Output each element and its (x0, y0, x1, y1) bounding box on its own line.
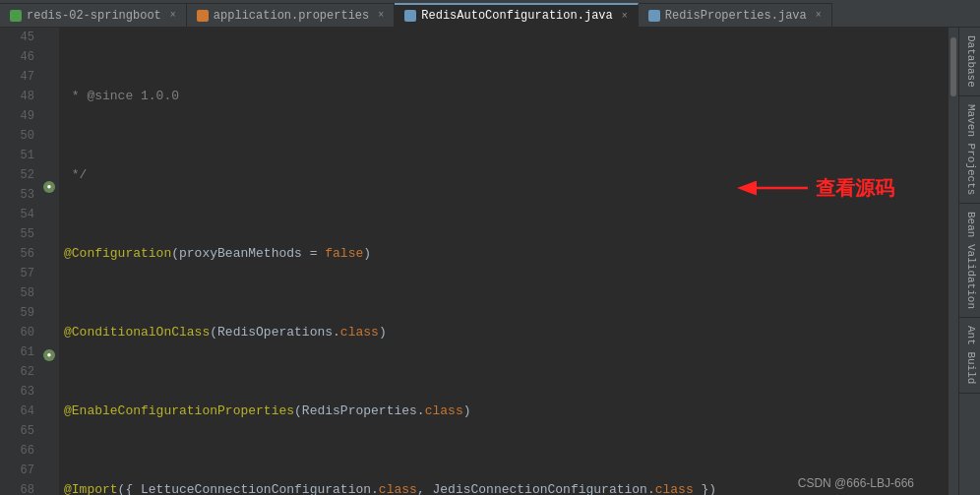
tab-close[interactable]: × (378, 10, 384, 21)
code-line-45: * @since 1.0.0 (64, 87, 949, 106)
tab-icon (197, 10, 209, 22)
code-line-46: */ (64, 165, 949, 185)
code-editor[interactable]: 45 46 47 48 49 50 51 52 53 54 55 56 57 5… (0, 28, 949, 495)
tab-redis-auto-config[interactable]: RedisAutoConfiguration.java × (395, 3, 638, 27)
tab-close[interactable]: × (170, 10, 176, 21)
gutter: ● ● (39, 28, 59, 495)
tab-redis-springboot[interactable]: redis-02-springboot × (0, 3, 187, 27)
tab-label: RedisAutoConfiguration.java (421, 9, 612, 23)
bean-indicator: ● (43, 181, 55, 193)
tab-icon (10, 10, 22, 22)
tab-redis-properties[interactable]: RedisProperties.java × (639, 3, 832, 27)
tab-application-properties[interactable]: application.properties × (187, 3, 395, 27)
tab-label: RedisProperties.java (665, 9, 807, 23)
sidebar-tab-ant-build[interactable]: Ant Build (959, 318, 980, 393)
line-numbers: 45 46 47 48 49 50 51 52 53 54 55 56 57 5… (0, 28, 39, 495)
tab-label: application.properties (214, 9, 369, 23)
tab-close[interactable]: × (816, 10, 822, 21)
main-area: 45 46 47 48 49 50 51 52 53 54 55 56 57 5… (0, 28, 980, 495)
code-line-47: @Configuration(proxyBeanMethods = false) (64, 244, 949, 264)
tab-icon (404, 10, 416, 22)
sidebar-tab-database[interactable]: Database (959, 28, 980, 96)
watermark: CSDN @666-LBJ-666 (798, 476, 914, 490)
tab-bar: redis-02-springboot × application.proper… (0, 0, 980, 28)
code-line-48: @ConditionalOnClass(RedisOperations.clas… (64, 323, 949, 342)
bean-indicator: ● (43, 349, 55, 361)
scrollbar-right[interactable] (949, 28, 958, 495)
code-line-49: @EnableConfigurationProperties(RedisProp… (64, 402, 949, 421)
right-sidebar: Database Maven Projects Bean Validation … (958, 28, 980, 495)
sidebar-tab-bean-validation[interactable]: Bean Validation (959, 204, 980, 318)
tab-icon (648, 10, 660, 22)
tab-label: redis-02-springboot (27, 9, 161, 23)
tab-close[interactable]: × (622, 11, 628, 22)
scrollbar-thumb[interactable] (950, 37, 956, 96)
editor-area: 45 46 47 48 49 50 51 52 53 54 55 56 57 5… (0, 28, 949, 495)
code-content[interactable]: * @since 1.0.0 */ @Configuration(proxyBe… (59, 28, 949, 495)
sidebar-tab-maven[interactable]: Maven Projects (959, 96, 980, 204)
